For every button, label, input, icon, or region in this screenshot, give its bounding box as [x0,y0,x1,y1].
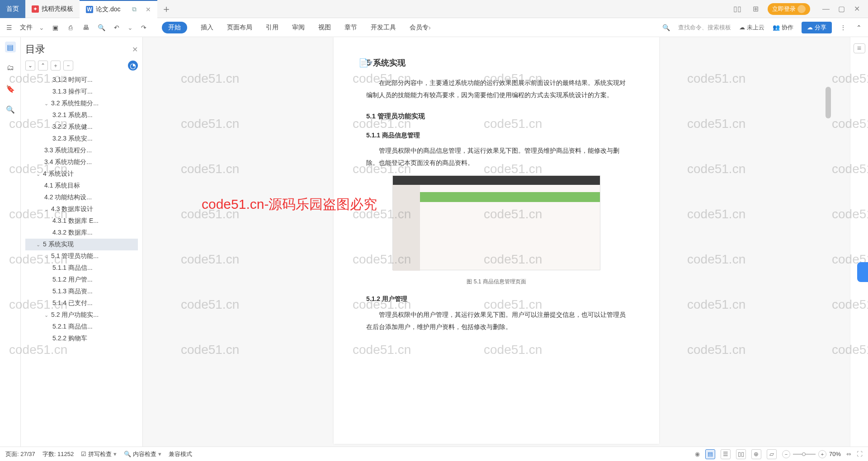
outline-item-9[interactable]: 4.1 系统目标 [25,180,138,192]
file-menu[interactable]: 文件 [20,24,33,32]
ai-assistant-icon[interactable]: ◔ [128,61,138,71]
panel-toggle-icon[interactable]: ▯▯ [731,3,743,15]
ribbon-layout[interactable]: 页面布局 [227,24,252,32]
outline-item-20[interactable]: ⌄5.2 用户功能实... [25,309,138,321]
tab-home[interactable]: 首页 [0,0,25,18]
apps-grid-icon[interactable]: ⊞ [750,3,761,15]
outline-header: 目录 ✕ [25,42,138,56]
tab-document[interactable]: W 论文.doc ⧉ ✕ [80,0,157,18]
remove-heading-button[interactable]: － [63,61,73,71]
view-read-button[interactable]: ⊕ [751,449,761,459]
ribbon-chapter[interactable]: 章节 [344,24,357,32]
view-outline-button[interactable]: ☰ [721,449,731,459]
save-icon[interactable]: ▣ [51,23,60,32]
share-button[interactable]: ☁ 分享 [802,22,832,33]
maximize-button[interactable]: ▢ [835,3,847,15]
chevron-down-icon[interactable]: ⌄ [36,242,42,248]
outline-rail-icon[interactable]: ▤ [5,42,16,52]
search-placeholder[interactable]: 查找命令、搜索模板 [678,24,731,32]
add-heading-button[interactable]: ＋ [51,61,61,71]
close-window-button[interactable]: ✕ [851,3,863,15]
zoom-in-button[interactable]: + [818,450,826,458]
split-window-icon[interactable]: ⧉ [132,5,137,13]
chevron-down-icon[interactable]: ⌄ [44,254,50,259]
new-tab-button[interactable]: ＋ [157,0,175,18]
ribbon-insert[interactable]: 插入 [201,24,213,32]
ribbon-devtools[interactable]: 开发工具 [371,24,396,32]
chevron-down-icon[interactable]: ⌄ [44,101,50,107]
view-fullscreen-button[interactable]: ▱ [767,449,777,459]
chevron-down-icon[interactable]: ⌄ [44,207,50,212]
view-web-button[interactable]: ▯▯ [736,449,746,459]
zoom-out-button[interactable]: − [782,450,790,458]
fullscreen-icon[interactable]: ⛶ [857,451,863,457]
outline-item-18[interactable]: 5.1.3 商品资... [25,286,138,297]
outline-item-11[interactable]: ⌄4.3 数据库设计 [25,203,138,215]
page-indicator[interactable]: 页面: 27/37 [5,450,35,458]
cloud-status[interactable]: ☁ 未上云 [739,24,764,32]
ribbon-review[interactable]: 审阅 [292,24,305,32]
print-icon[interactable]: 🖶 [81,23,90,32]
outline-item-7[interactable]: 3.4 系统功能分... [25,156,138,168]
collapse-ribbon-icon[interactable]: ⌃ [854,23,863,32]
page-options-icon[interactable]: 📄▾ [359,55,373,71]
outline-item-17[interactable]: 5.1.2 用户管... [25,274,138,286]
ribbon-toolbar: ☰ 文件 ⌄ ▣ ⎙ 🖶 🔍 ↶ ⌄ ↷ 开始 插入 页面布局 引用 审阅 视图… [0,18,868,37]
minimize-button[interactable]: — [820,3,832,15]
outline-item-5[interactable]: 3.2.3 系统安... [25,133,138,145]
outline-item-1[interactable]: 3.1.3 操作可... [25,86,138,98]
outline-item-8[interactable]: ⌄4 系统设计 [25,168,138,180]
save-as-icon[interactable]: ⎙ [66,23,75,32]
outline-item-13[interactable]: 4.3.2 数据库... [25,227,138,239]
outline-item-22[interactable]: 5.2.2 购物车 [25,333,138,344]
outline-item-21[interactable]: 5.2.1 商品信... [25,321,138,333]
document-canvas[interactable]: 📄▾ 5 系统实现 在此部分内容中，主要通过系统功能的运行效果图展示前面设计的最… [143,37,850,447]
outline-item-label: 3.2.3 系统安... [52,135,93,143]
outline-item-15[interactable]: ⌄5.1 管理员功能... [25,250,138,262]
right-panel-toggle-icon[interactable]: ≡ [854,43,865,53]
tab-close-icon[interactable]: ✕ [146,6,151,13]
compat-mode[interactable]: 兼容模式 [169,450,192,458]
outline-close-icon[interactable]: ✕ [132,45,138,54]
login-button[interactable]: 立即登录 [768,3,810,15]
outline-item-19[interactable]: 5.1.4 已支付... [25,297,138,309]
hamburger-icon[interactable]: ☰ [5,23,14,32]
outline-item-12[interactable]: 4.3.1 数据库 E... [25,215,138,227]
outline-item-10[interactable]: 4.2 功能结构设... [25,192,138,203]
chevron-down-icon[interactable]: ⌄ [44,312,50,318]
collapse-all-button[interactable]: ⌄ [25,61,35,71]
search-icon[interactable]: 🔍 [662,24,670,31]
eye-icon[interactable]: ◉ [695,451,700,457]
undo-icon[interactable]: ↶ [112,23,121,32]
clipboard-rail-icon[interactable]: 🗂 [5,62,16,73]
scrollbar-track [826,87,831,428]
outline-item-3[interactable]: 3.2.1 系统易... [25,109,138,121]
bookmark-rail-icon[interactable]: 🔖 [5,83,16,94]
ribbon-start[interactable]: 开始 [162,22,187,33]
ribbon-reference[interactable]: 引用 [266,24,278,32]
zoom-value[interactable]: 70% [829,451,841,457]
outline-item-14[interactable]: ⌄5 系统实现 [25,239,138,250]
ai-side-flag[interactable] [857,262,868,282]
outline-item-0[interactable]: 3.1.2 时间可... [25,74,138,86]
search-rail-icon[interactable]: 🔍 [5,104,16,115]
content-check[interactable]: 🔍内容检查▾ [124,450,161,458]
more-menu-icon[interactable]: ⋮ [840,24,846,31]
outline-item-4[interactable]: 3.2.2 系统健... [25,121,138,133]
redo-icon[interactable]: ↷ [139,23,148,32]
outline-item-16[interactable]: 5.1.1 商品信... [25,262,138,274]
ribbon-view[interactable]: 视图 [318,24,331,32]
fit-width-icon[interactable]: ⇔ [846,451,851,457]
view-page-button[interactable]: ▤ [705,449,715,459]
outline-item-2[interactable]: ⌄3.2 系统性能分... [25,98,138,109]
tab-template[interactable]: ✦ 找稻壳模板 [25,0,80,18]
expand-all-button[interactable]: ⌃ [38,61,48,71]
scrollbar-thumb[interactable] [826,87,831,118]
print-preview-icon[interactable]: 🔍 [97,23,106,32]
outline-item-6[interactable]: 3.3 系统流程分... [25,145,138,156]
spell-check[interactable]: ☑拼写检查▾ [81,450,117,458]
word-count[interactable]: 字数: 11252 [42,450,74,458]
chevron-down-icon[interactable]: ⌄ [36,171,42,177]
ribbon-member[interactable]: 会员专› [410,24,431,32]
cooperation-button[interactable]: 👥 协作 [773,24,793,32]
